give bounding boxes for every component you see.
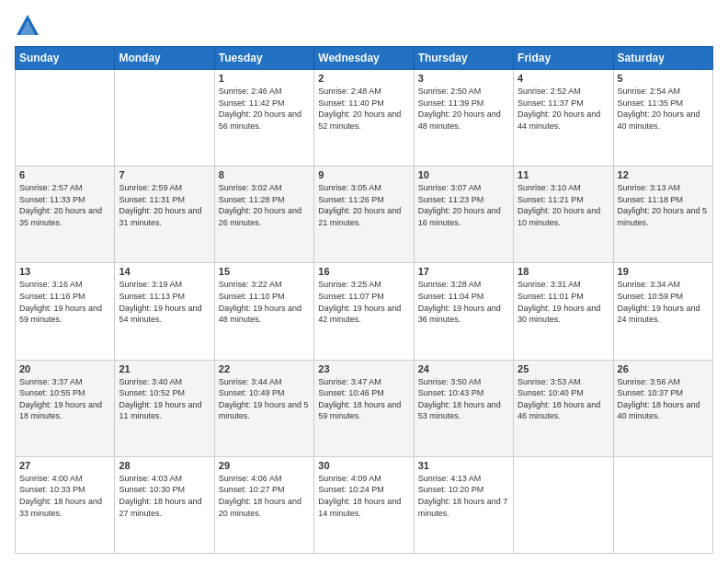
calendar-day-header: Thursday <box>414 47 513 70</box>
day-number: 19 <box>618 266 709 277</box>
calendar-cell: 5Sunrise: 2:54 AM Sunset: 11:35 PM Dayli… <box>613 70 712 167</box>
day-info: Sunrise: 3:56 AM Sunset: 10:37 PM Daylig… <box>618 376 709 422</box>
day-info: Sunrise: 3:28 AM Sunset: 11:04 PM Daylig… <box>418 279 509 325</box>
day-number: 12 <box>618 169 709 180</box>
day-info: Sunrise: 3:16 AM Sunset: 11:16 PM Daylig… <box>19 279 110 325</box>
day-info: Sunrise: 2:50 AM Sunset: 11:39 PM Daylig… <box>418 86 509 132</box>
calendar-cell: 21Sunrise: 3:40 AM Sunset: 10:52 PM Dayl… <box>115 360 214 456</box>
day-number: 21 <box>119 363 210 374</box>
day-info: Sunrise: 3:25 AM Sunset: 11:07 PM Daylig… <box>318 279 409 325</box>
page: SundayMondayTuesdayWednesdayThursdayFrid… <box>0 0 728 563</box>
calendar-day-header: Monday <box>115 47 214 70</box>
calendar-day-header: Tuesday <box>214 47 313 70</box>
calendar-cell: 9Sunrise: 3:05 AM Sunset: 11:26 PM Dayli… <box>314 167 414 263</box>
calendar-cell: 31Sunrise: 4:13 AM Sunset: 10:20 PM Dayl… <box>414 456 513 553</box>
day-number: 16 <box>318 266 409 277</box>
calendar-cell: 3Sunrise: 2:50 AM Sunset: 11:39 PM Dayli… <box>414 70 513 167</box>
header <box>15 13 713 39</box>
day-number: 13 <box>19 266 110 277</box>
day-number: 18 <box>518 266 609 277</box>
calendar-cell: 13Sunrise: 3:16 AM Sunset: 11:16 PM Dayl… <box>16 263 115 360</box>
day-number: 27 <box>19 460 110 471</box>
day-number: 10 <box>418 169 509 180</box>
calendar-cell: 29Sunrise: 4:06 AM Sunset: 10:27 PM Dayl… <box>214 456 313 553</box>
day-number: 2 <box>318 73 409 84</box>
calendar-cell: 10Sunrise: 3:07 AM Sunset: 11:23 PM Dayl… <box>414 167 513 263</box>
day-info: Sunrise: 3:22 AM Sunset: 11:10 PM Daylig… <box>219 279 310 325</box>
calendar-header-row: SundayMondayTuesdayWednesdayThursdayFrid… <box>16 47 713 70</box>
calendar-cell: 20Sunrise: 3:37 AM Sunset: 10:55 PM Dayl… <box>16 360 115 456</box>
calendar-table: SundayMondayTuesdayWednesdayThursdayFrid… <box>15 46 713 554</box>
calendar-cell: 1Sunrise: 2:46 AM Sunset: 11:42 PM Dayli… <box>214 70 313 167</box>
calendar-cell: 8Sunrise: 3:02 AM Sunset: 11:28 PM Dayli… <box>214 167 313 263</box>
day-info: Sunrise: 3:02 AM Sunset: 11:28 PM Daylig… <box>219 182 310 228</box>
calendar-cell: 30Sunrise: 4:09 AM Sunset: 10:24 PM Dayl… <box>314 456 414 553</box>
calendar-cell: 2Sunrise: 2:48 AM Sunset: 11:40 PM Dayli… <box>314 70 414 167</box>
day-info: Sunrise: 3:34 AM Sunset: 10:59 PM Daylig… <box>618 279 709 325</box>
day-info: Sunrise: 2:59 AM Sunset: 11:31 PM Daylig… <box>119 182 210 228</box>
day-number: 28 <box>119 460 210 471</box>
day-number: 29 <box>219 460 310 471</box>
day-number: 23 <box>318 363 409 374</box>
day-number: 5 <box>618 73 709 84</box>
calendar-cell: 27Sunrise: 4:00 AM Sunset: 10:33 PM Dayl… <box>16 456 115 553</box>
day-info: Sunrise: 4:06 AM Sunset: 10:27 PM Daylig… <box>219 473 310 519</box>
calendar-day-header: Friday <box>514 47 613 70</box>
calendar-week-row: 20Sunrise: 3:37 AM Sunset: 10:55 PM Dayl… <box>16 360 713 456</box>
day-number: 22 <box>219 363 310 374</box>
calendar-cell: 6Sunrise: 2:57 AM Sunset: 11:33 PM Dayli… <box>16 167 115 263</box>
calendar-week-row: 13Sunrise: 3:16 AM Sunset: 11:16 PM Dayl… <box>16 263 713 360</box>
calendar-cell: 11Sunrise: 3:10 AM Sunset: 11:21 PM Dayl… <box>514 167 613 263</box>
day-info: Sunrise: 4:13 AM Sunset: 10:20 PM Daylig… <box>418 473 509 519</box>
calendar-cell: 23Sunrise: 3:47 AM Sunset: 10:46 PM Dayl… <box>314 360 414 456</box>
day-number: 3 <box>418 73 509 84</box>
calendar-cell: 16Sunrise: 3:25 AM Sunset: 11:07 PM Dayl… <box>314 263 414 360</box>
calendar-cell: 18Sunrise: 3:31 AM Sunset: 11:01 PM Dayl… <box>514 263 613 360</box>
calendar-cell: 25Sunrise: 3:53 AM Sunset: 10:40 PM Dayl… <box>514 360 613 456</box>
calendar-cell <box>16 70 115 167</box>
day-info: Sunrise: 3:47 AM Sunset: 10:46 PM Daylig… <box>318 376 409 422</box>
calendar-cell: 22Sunrise: 3:44 AM Sunset: 10:49 PM Dayl… <box>214 360 313 456</box>
calendar-day-header: Saturday <box>613 47 712 70</box>
calendar-week-row: 1Sunrise: 2:46 AM Sunset: 11:42 PM Dayli… <box>16 70 713 167</box>
day-number: 31 <box>418 460 509 471</box>
day-number: 25 <box>518 363 609 374</box>
day-info: Sunrise: 2:52 AM Sunset: 11:37 PM Daylig… <box>518 86 609 132</box>
calendar-cell: 17Sunrise: 3:28 AM Sunset: 11:04 PM Dayl… <box>414 263 513 360</box>
logo-icon <box>15 13 40 39</box>
day-info: Sunrise: 2:48 AM Sunset: 11:40 PM Daylig… <box>318 86 409 132</box>
calendar-cell: 26Sunrise: 3:56 AM Sunset: 10:37 PM Dayl… <box>613 360 712 456</box>
day-info: Sunrise: 3:50 AM Sunset: 10:43 PM Daylig… <box>418 376 509 422</box>
day-number: 1 <box>219 73 310 84</box>
day-number: 6 <box>19 169 110 180</box>
calendar-cell: 15Sunrise: 3:22 AM Sunset: 11:10 PM Dayl… <box>214 263 313 360</box>
day-info: Sunrise: 4:00 AM Sunset: 10:33 PM Daylig… <box>19 473 110 519</box>
day-info: Sunrise: 2:57 AM Sunset: 11:33 PM Daylig… <box>19 182 110 228</box>
calendar-day-header: Wednesday <box>314 47 414 70</box>
day-info: Sunrise: 4:03 AM Sunset: 10:30 PM Daylig… <box>119 473 210 519</box>
day-info: Sunrise: 4:09 AM Sunset: 10:24 PM Daylig… <box>318 473 409 519</box>
day-info: Sunrise: 3:37 AM Sunset: 10:55 PM Daylig… <box>19 376 110 422</box>
day-info: Sunrise: 3:19 AM Sunset: 11:13 PM Daylig… <box>119 279 210 325</box>
calendar-cell: 12Sunrise: 3:13 AM Sunset: 11:18 PM Dayl… <box>613 167 712 263</box>
calendar-cell: 28Sunrise: 4:03 AM Sunset: 10:30 PM Dayl… <box>115 456 214 553</box>
day-number: 30 <box>318 460 409 471</box>
day-number: 20 <box>19 363 110 374</box>
logo <box>15 13 44 39</box>
day-info: Sunrise: 3:13 AM Sunset: 11:18 PM Daylig… <box>618 182 709 228</box>
day-number: 4 <box>518 73 609 84</box>
day-info: Sunrise: 3:10 AM Sunset: 11:21 PM Daylig… <box>518 182 609 228</box>
calendar-week-row: 27Sunrise: 4:00 AM Sunset: 10:33 PM Dayl… <box>16 456 713 553</box>
day-info: Sunrise: 3:44 AM Sunset: 10:49 PM Daylig… <box>219 376 310 422</box>
day-info: Sunrise: 3:05 AM Sunset: 11:26 PM Daylig… <box>318 182 409 228</box>
day-number: 26 <box>618 363 709 374</box>
calendar-cell <box>115 70 214 167</box>
day-info: Sunrise: 3:40 AM Sunset: 10:52 PM Daylig… <box>119 376 210 422</box>
day-number: 11 <box>518 169 609 180</box>
day-number: 9 <box>318 169 409 180</box>
day-info: Sunrise: 3:07 AM Sunset: 11:23 PM Daylig… <box>418 182 509 228</box>
calendar-day-header: Sunday <box>16 47 115 70</box>
calendar-week-row: 6Sunrise: 2:57 AM Sunset: 11:33 PM Dayli… <box>16 167 713 263</box>
calendar-cell <box>613 456 712 553</box>
calendar-cell: 19Sunrise: 3:34 AM Sunset: 10:59 PM Dayl… <box>613 263 712 360</box>
